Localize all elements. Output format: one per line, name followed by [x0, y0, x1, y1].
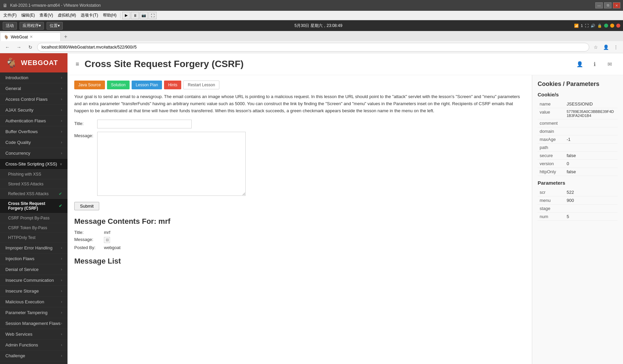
sidebar-item-general[interactable]: General ›	[0, 83, 67, 94]
sidebar-item-auth[interactable]: Authentication Flaws ›	[0, 116, 67, 126]
cookie-row-secure: secure false	[538, 152, 618, 160]
cookie-key-maxage: maxAge	[538, 135, 565, 144]
cookie-row-path: path	[538, 144, 618, 152]
param-key-scr: scr	[538, 188, 565, 196]
vmware-power-btn[interactable]: ▶	[122, 12, 130, 19]
account-icon[interactable]: 👤	[601, 43, 610, 52]
browser-tab-webgoat[interactable]: 🐐 WebGoat ✕	[0, 32, 61, 41]
minimize-button[interactable]: —	[595, 2, 603, 8]
taskbar-left[interactable]: 活动 应用程序▾ 位置▾	[3, 22, 63, 30]
broken-image: 🖼	[104, 237, 110, 243]
mail-icon-button[interactable]: ✉	[604, 59, 615, 69]
close-button[interactable]: ✕	[613, 2, 620, 8]
sidebar-item-improper-error[interactable]: Improper Error Handling ›	[0, 243, 67, 253]
sidebar-item-phishing[interactable]: Phishing with XSS	[0, 170, 67, 179]
sidebar-item-concurrency[interactable]: Concurrency ›	[0, 148, 67, 159]
back-button[interactable]: ←	[3, 43, 12, 52]
sidebar-item-ajax[interactable]: AJAX Security ›	[0, 105, 67, 116]
sidebar-item-param-tamper[interactable]: Parameter Tampering ›	[0, 307, 67, 318]
page-title: Cross Site Request Forgery (CSRF)	[85, 59, 244, 69]
sidebar-item-code-quality[interactable]: Code Quality ›	[0, 137, 67, 148]
chevron-icon: ›	[61, 300, 62, 304]
taskbar-places[interactable]: 位置▾	[47, 22, 63, 30]
maximize-button[interactable]: ⧉	[604, 2, 612, 8]
taskbar-apps[interactable]: 应用程序▾	[20, 22, 44, 30]
param-row-num: num 5	[538, 213, 618, 221]
tab-close-btn[interactable]: ✕	[30, 35, 33, 39]
sidebar-item-insecure-comm[interactable]: Insecure Communication ›	[0, 275, 67, 286]
os-titlebar: 🖥 Kali-2020.1-vmware-amd64 - VMware Work…	[0, 0, 623, 11]
sidebar-item-dos[interactable]: Denial of Service ›	[0, 264, 67, 275]
sidebar-item-csrf-token[interactable]: CSRF Token By-Pass	[0, 223, 67, 233]
sidebar-item-malicious[interactable]: Malicious Execution ›	[0, 297, 67, 307]
url-bar[interactable]	[37, 43, 589, 52]
sidebar-item-csrf-bypass[interactable]: CSRF Prompt By-Pass	[0, 213, 67, 223]
sidebar-toggle-button[interactable]: ≡	[76, 61, 79, 68]
sidebar-item-stored-xss[interactable]: Stored XSS Attacks	[0, 179, 67, 189]
vmware-toolbar: 文件(F) 编辑(E) 查看(V) 虚拟机(M) 选项卡(T) 帮助(H) ▶ …	[0, 11, 623, 20]
taskbar-workspace[interactable]: 1	[581, 24, 583, 28]
forward-button[interactable]: →	[14, 43, 24, 52]
window-controls[interactable]: — ⧉ ✕	[595, 2, 620, 8]
restart-lesson-button[interactable]: Restart Lesson	[183, 81, 219, 89]
browser-nav: ← → ↻ ☆ 👤 ⋮	[0, 41, 623, 53]
sidebar-item-insecure-storage[interactable]: Insecure Storage ›	[0, 286, 67, 297]
sidebar-item-introduction[interactable]: Introduction ›	[0, 72, 67, 83]
info-icon-button[interactable]: ℹ	[589, 59, 600, 69]
menu-icon[interactable]: ⋮	[612, 43, 620, 52]
sidebar-item-xss[interactable]: Cross-Site Scripting (XSS) ∨	[0, 159, 67, 170]
new-tab-button[interactable]: +	[61, 32, 71, 41]
taskbar-activities[interactable]: 活动	[3, 22, 17, 30]
sidebar-item-csrf[interactable]: Cross Site Request Forgery (CSRF) ✔	[0, 199, 67, 213]
page-header-right[interactable]: 👤 ℹ ✉	[574, 59, 615, 69]
bookmarks-icon[interactable]: ☆	[591, 43, 600, 52]
submit-button[interactable]: Submit	[74, 202, 99, 210]
sidebar-item-reflected-xss[interactable]: Reflected XSS Attacks ✔	[0, 189, 67, 199]
user-icon-button[interactable]: 👤	[574, 59, 585, 69]
toolbar-separator	[120, 12, 120, 19]
sidebar-item-access-control[interactable]: Access Control Flaws ›	[0, 94, 67, 105]
vmware-menu-edit[interactable]: 编辑(E)	[19, 12, 37, 19]
vmware-menu-tabs[interactable]: 选项卡(T)	[79, 12, 100, 19]
message-contents-section: Message Contents For: mrf Title: mrf Mes…	[74, 217, 525, 250]
hints-button[interactable]: Hints	[164, 81, 181, 89]
message-textarea[interactable]	[97, 132, 246, 196]
sidebar-item-buffer[interactable]: Buffer Overflows ›	[0, 126, 67, 137]
logo-icon: 🐐	[5, 57, 18, 68]
cookies-table: name JSESSIONID value 57789E35A0C3BBBE39…	[538, 100, 618, 176]
vmware-snap-btn[interactable]: 📷	[140, 12, 148, 19]
vmware-menu-vm[interactable]: 虚拟机(M)	[56, 12, 78, 19]
title-input[interactable]	[97, 120, 192, 128]
cookie-row-httponly: httpOnly false	[538, 168, 618, 176]
vmware-menu-help[interactable]: 帮助(H)	[101, 12, 119, 19]
sidebar-item-challenge[interactable]: Challenge ›	[0, 351, 67, 361]
sidebar-item-session-mgmt[interactable]: Session Management Flaws ›	[0, 318, 67, 329]
msg-title-val: mrf	[104, 230, 110, 235]
solution-button[interactable]: Solution	[107, 81, 130, 89]
cookies-section-title: Cookie/s	[538, 92, 618, 97]
lesson-plan-button[interactable]: Lesson Plan	[132, 81, 162, 89]
vmware-menu-file[interactable]: 文件(F)	[1, 12, 19, 19]
chevron-icon: ›	[61, 257, 62, 261]
action-buttons: Java Source Solution Lesson Plan Hints R…	[74, 81, 525, 89]
check-icon: ✔	[59, 191, 62, 196]
sidebar-item-injection[interactable]: Injection Flaws ›	[0, 253, 67, 264]
vmware-fullscreen-btn[interactable]: ⛶	[148, 12, 157, 19]
cookie-val-name: JSESSIONID	[565, 100, 618, 108]
tab-label: WebGoat	[11, 35, 28, 39]
msg-title-key: Title:	[74, 230, 101, 235]
chevron-icon: ›	[61, 130, 62, 133]
vmware-pause-btn[interactable]: ⏸	[131, 12, 139, 19]
chevron-icon: ›	[61, 278, 62, 282]
params-section-title: Parameters	[538, 180, 618, 186]
taskbar-volume-icon: 🔊	[591, 24, 595, 28]
vmware-menu-view[interactable]: 查看(V)	[37, 12, 55, 19]
taskbar-orange-dot	[610, 24, 614, 28]
cookie-row-domain: domain	[538, 127, 618, 135]
sidebar-item-httponly[interactable]: HTTPOnly Test	[0, 233, 67, 243]
sidebar-item-admin[interactable]: Admin Functions ›	[0, 340, 67, 351]
sidebar-item-web-services[interactable]: Web Services ›	[0, 329, 67, 340]
java-source-button[interactable]: Java Source	[74, 81, 105, 89]
reload-button[interactable]: ↻	[26, 43, 35, 52]
cookie-row-comment: comment	[538, 119, 618, 127]
